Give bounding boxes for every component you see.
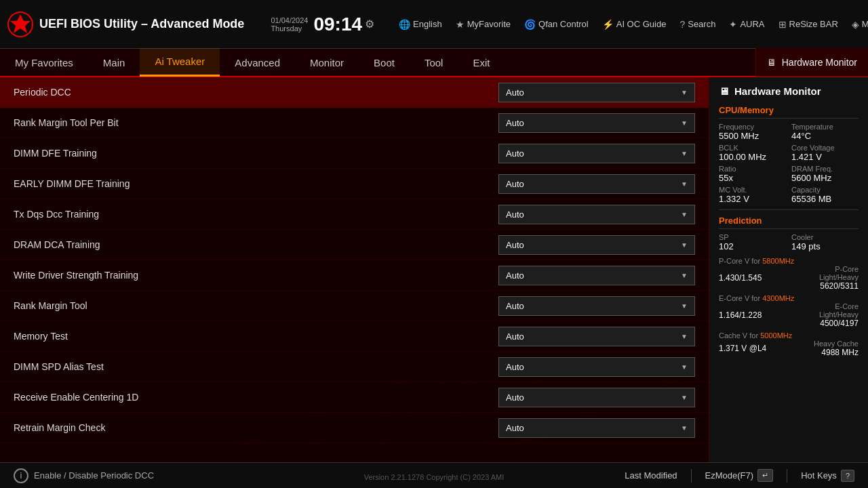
sp-value: 102 — [719, 241, 786, 251]
monitor-icon: 🖥 — [767, 57, 776, 68]
main-content: Periodic DCCAuto▼Rank Margin Tool Per Bi… — [0, 77, 868, 462]
cooler-value: 149 pts — [791, 241, 859, 251]
app-title: UEFI BIOS Utility – Advanced Mode — [39, 17, 244, 31]
aura-icon: ✦ — [729, 19, 737, 30]
search-icon: ? — [679, 19, 685, 30]
dropdown-dram-dca-training[interactable]: Auto▼ — [498, 235, 695, 255]
dropdown-tx-dqs-dcc-training[interactable]: Auto▼ — [498, 205, 695, 224]
menu-monitor[interactable]: Monitor — [295, 48, 359, 77]
header: UEFI BIOS Utility – Advanced Mode 01/04/… — [0, 0, 868, 49]
setting-row-memory-test[interactable]: Memory TestAuto▼ — [0, 321, 709, 352]
hw-monitor-label: Hardware Monitor — [782, 57, 857, 68]
menu-exit[interactable]: Exit — [458, 48, 505, 77]
menu-main[interactable]: Main — [88, 48, 140, 77]
nav-aioc[interactable]: ⚡ AI OC Guide — [597, 16, 672, 33]
rog-logo-icon — [7, 11, 34, 38]
search-label: Search — [688, 19, 715, 29]
status-divider-2 — [787, 469, 787, 483]
svg-marker-6 — [10, 14, 31, 33]
pcore-v-value: 1.430/1.545 — [719, 273, 762, 283]
version-text: Version 2.21.1278 Copyright (C) 2023 AMI — [364, 473, 505, 481]
setting-row-receive-enable-centering[interactable]: Receive Enable Centering 1DAuto▼ — [0, 382, 709, 413]
qfan-label: Qfan Control — [538, 19, 589, 29]
statusbar: i Enable / Disable Periodic DCC Last Mod… — [0, 462, 868, 488]
hw-monitor-title: 🖥 Hardware Monitor — [719, 85, 859, 97]
setting-label-rank-margin-tool-per-bit: Rank Margin Tool Per Bit — [14, 117, 498, 128]
settings-icon[interactable]: ⚙ — [365, 18, 374, 30]
pcore-v-freq: 5800MHz — [762, 257, 794, 265]
menu-boot[interactable]: Boot — [359, 48, 410, 77]
capacity-label: Capacity — [791, 186, 859, 194]
chevron-down-icon: ▼ — [681, 333, 688, 340]
mc-volt-label: MC Volt. — [719, 186, 786, 194]
setting-row-rank-margin-tool-per-bit[interactable]: Rank Margin Tool Per BitAuto▼ — [0, 108, 709, 138]
setting-row-tx-dqs-dcc-training[interactable]: Tx Dqs Dcc TrainingAuto▼ — [0, 199, 709, 230]
day: Thursday — [271, 24, 308, 33]
hotkeys-icon: ? — [841, 470, 854, 482]
setting-row-dimm-dfe-training[interactable]: DIMM DFE TrainingAuto▼ — [0, 138, 709, 169]
ecore-v-label: E-Core V for — [719, 294, 760, 302]
language-icon: 🌐 — [399, 19, 410, 30]
prediction-section: Prediction — [719, 216, 859, 229]
dropdown-rank-margin-tool-per-bit[interactable]: Auto▼ — [498, 113, 695, 133]
dropdown-early-dimm-dfe-training[interactable]: Auto▼ — [498, 174, 695, 194]
sp-label: SP — [719, 233, 786, 241]
setting-label-periodic-dcc: Periodic DCC — [14, 87, 498, 98]
setting-control-periodic-dcc: Auto▼ — [498, 83, 695, 102]
setting-row-rank-margin-tool[interactable]: Rank Margin ToolAuto▼ — [0, 291, 709, 321]
menu-tool[interactable]: Tool — [410, 48, 458, 77]
frequency-label: Frequency — [719, 123, 786, 131]
nav-language[interactable]: 🌐 English — [393, 16, 448, 33]
nav-aura[interactable]: ✦ AURA — [724, 16, 770, 33]
dropdown-rank-margin-tool[interactable]: Auto▼ — [498, 296, 695, 316]
menu-advanced[interactable]: Advanced — [220, 48, 295, 77]
hotkeys-btn[interactable]: Hot Keys ? — [801, 470, 854, 482]
dropdown-dimm-spd-alias-test[interactable]: Auto▼ — [498, 357, 695, 377]
cache-v-value: 1.371 V @L4 — [719, 344, 766, 353]
dropdown-write-driver-strength[interactable]: Auto▼ — [498, 266, 695, 285]
memtest-icon: ◈ — [852, 19, 859, 30]
ecore-lh-value: 4500/4197 — [819, 319, 859, 328]
dropdown-periodic-dcc[interactable]: Auto▼ — [498, 83, 695, 102]
settings-panel[interactable]: Periodic DCCAuto▼Rank Margin Tool Per Bi… — [0, 77, 709, 462]
chevron-down-icon: ▼ — [681, 89, 688, 96]
setting-row-dimm-spd-alias-test[interactable]: DIMM SPD Alias TestAuto▼ — [0, 352, 709, 382]
setting-row-retrain-margin-check[interactable]: Retrain Margin CheckAuto▼ — [0, 413, 709, 443]
ezmode-btn[interactable]: EzMode(F7) ↵ — [705, 469, 774, 482]
nav-resize-bar[interactable]: ⊞ ReSize BAR — [773, 16, 844, 33]
dropdown-receive-enable-centering[interactable]: Auto▼ — [498, 388, 695, 407]
last-modified-btn[interactable]: Last Modified — [625, 470, 677, 481]
ai-icon: ⚡ — [602, 19, 614, 30]
setting-label-tx-dqs-dcc-training: Tx Dqs Dcc Training — [14, 209, 498, 220]
setting-row-write-driver-strength[interactable]: Write Driver Strength TrainingAuto▼ — [0, 260, 709, 291]
chevron-down-icon: ▼ — [681, 241, 688, 249]
setting-row-periodic-dcc[interactable]: Periodic DCCAuto▼ — [0, 77, 709, 108]
dram-freq-value: 5600 MHz — [791, 173, 859, 183]
status-info: i Enable / Disable Periodic DCC — [14, 468, 154, 483]
nav-memtest[interactable]: ◈ MemTest86 — [846, 16, 868, 33]
setting-row-dram-dca-training[interactable]: DRAM DCA TrainingAuto▼ — [0, 230, 709, 260]
nav-qfan[interactable]: 🌀 Qfan Control — [519, 16, 594, 33]
setting-control-write-driver-strength: Auto▼ — [498, 266, 695, 285]
dropdown-dimm-dfe-training[interactable]: Auto▼ — [498, 144, 695, 163]
dropdown-memory-test[interactable]: Auto▼ — [498, 327, 695, 346]
setting-label-receive-enable-centering: Receive Enable Centering 1D — [14, 392, 498, 403]
resize-label: ReSize BAR — [789, 19, 838, 29]
hw-monitor-tab[interactable]: 🖥 Hardware Monitor — [755, 48, 868, 77]
nav-myfavorite[interactable]: ★ MyFavorite — [450, 16, 516, 33]
language-label: English — [413, 19, 442, 29]
pcore-v-label: P-Core V for — [719, 257, 760, 265]
menu-ai-tweaker[interactable]: Ai Tweaker — [140, 48, 220, 77]
dropdown-retrain-margin-check[interactable]: Auto▼ — [498, 418, 695, 438]
temperature-value: 44°C — [791, 131, 859, 141]
setting-row-early-dimm-dfe-training[interactable]: EARLY DIMM DFE TrainingAuto▼ — [0, 169, 709, 199]
temperature-label: Temperature — [791, 123, 859, 131]
setting-label-dimm-spd-alias-test: DIMM SPD Alias Test — [14, 361, 498, 372]
ecore-v-value: 1.164/1.228 — [719, 310, 762, 320]
menubar: My Favorites Main Ai Tweaker Advanced Mo… — [0, 49, 868, 77]
menu-favorites[interactable]: My Favorites — [0, 48, 88, 77]
pcore-lh-value: 5620/5311 — [819, 281, 859, 291]
status-divider-1 — [691, 469, 692, 483]
dram-freq-label: DRAM Freq. — [791, 165, 859, 173]
nav-search[interactable]: ? Search — [674, 16, 721, 33]
